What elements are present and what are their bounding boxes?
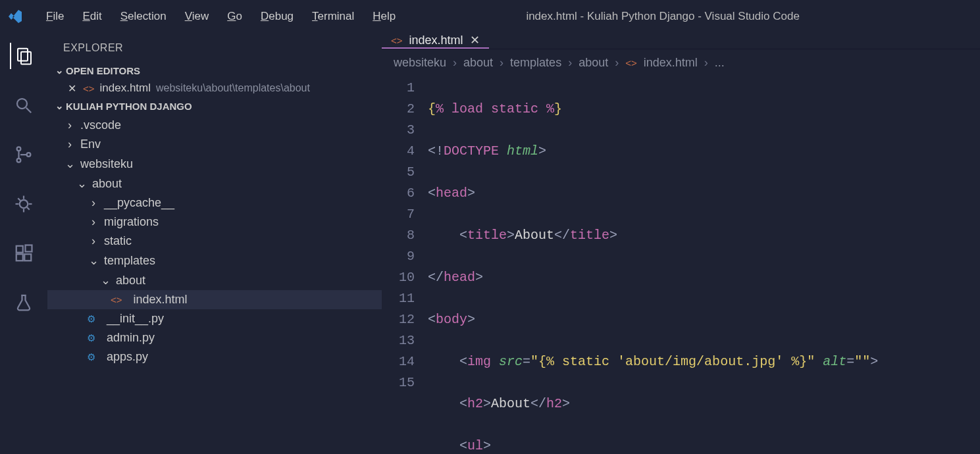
svg-point-6 [27,153,31,157]
tab-index-html[interactable]: <> index.html ✕ [382,33,489,49]
chevron-right-icon: › [63,118,76,132]
open-editor-path: websiteku\about\templates\about [156,82,310,94]
editor-tabs: <> index.html ✕ [382,33,980,49]
breadcrumbs[interactable]: websiteku› about› templates› about› <> i… [382,49,980,76]
breadcrumb-more[interactable]: ... [715,56,725,70]
menu-view[interactable]: View [176,6,219,27]
svg-point-4 [17,147,21,151]
chevron-right-icon: › [63,138,76,151]
tab-label: index.html [409,34,463,47]
window-title: index.html - Kuliah Python Django - Visu… [405,10,973,23]
svg-point-2 [17,99,27,109]
menubar: File Edit Selection View Go Debug Termin… [0,0,980,33]
menu-file[interactable]: File [37,6,73,27]
file-admin-py[interactable]: ⚙ admin.py [47,328,382,347]
svg-line-13 [27,207,30,210]
html-file-icon: <> [391,35,403,46]
breadcrumb-item[interactable]: about [579,56,608,70]
folder-websiteku[interactable]: ⌄websiteku [47,154,382,174]
close-icon[interactable]: ✕ [66,82,78,95]
chevron-down-icon: ⌄ [63,157,76,171]
menu-terminal[interactable]: Terminal [303,6,363,27]
chevron-down-icon: ⌄ [99,273,112,288]
chevron-right-icon: › [87,234,100,248]
file-tree: ›.vscode ›Env ⌄websiteku ⌄about ›__pycac… [47,114,382,368]
html-file-icon: <> [83,83,95,94]
activity-bar [0,33,47,454]
chevron-down-icon: ⌄ [53,64,66,76]
open-editor-item[interactable]: ✕ <> index.html websiteku\about\template… [47,79,382,97]
close-icon[interactable]: ✕ [470,33,480,47]
flask-icon[interactable] [11,290,37,316]
svg-line-3 [26,108,32,113]
python-file-icon: ⚙ [87,332,95,344]
folder-static[interactable]: ›static [47,232,382,251]
extensions-icon[interactable] [11,240,37,266]
breadcrumb-item[interactable]: about [463,56,493,70]
chevron-down-icon: ⌄ [75,176,88,191]
html-file-icon: <> [625,57,637,68]
project-label: KULIAH PYTHON DJANGO [66,101,192,112]
python-file-icon: ⚙ [87,313,95,325]
svg-rect-15 [16,254,23,261]
chevron-right-icon: › [87,196,100,210]
svg-point-5 [17,159,21,163]
svg-rect-0 [18,49,28,61]
code-content[interactable]: {% load static %} <!DOCTYPE html> <head>… [428,78,980,454]
menu-debug[interactable]: Debug [251,6,303,27]
svg-point-7 [20,200,28,209]
html-file-icon: <> [111,294,122,305]
svg-rect-14 [16,246,23,253]
svg-rect-1 [21,52,31,64]
breadcrumb-item[interactable]: index.html [644,56,698,70]
menu-selection[interactable]: Selection [111,6,176,27]
chevron-right-icon: › [453,56,457,70]
chevron-right-icon: › [87,215,100,229]
svg-line-12 [18,198,20,201]
folder-pycache[interactable]: ›__pycache__ [47,193,382,213]
explorer-sidebar: EXPLORER ⌄ OPEN EDITORS ✕ <> index.html … [47,33,382,454]
project-header[interactable]: ⌄ KULIAH PYTHON DJANGO [47,97,382,114]
menu-help[interactable]: Help [363,6,405,27]
chevron-right-icon: › [500,56,503,70]
sidebar-title: EXPLORER [47,33,382,62]
menu-edit[interactable]: Edit [73,6,111,27]
menu-go[interactable]: Go [218,6,251,27]
line-number-gutter: 1 2 3 4 5 6 7 8 9 10 11 12 13 14 15 [382,78,428,454]
code-editor[interactable]: 1 2 3 4 5 6 7 8 9 10 11 12 13 14 15 {% l… [382,76,980,454]
editor-area: <> index.html ✕ websiteku› about› templa… [382,33,980,454]
chevron-right-icon: › [615,56,619,70]
chevron-right-icon: › [568,56,572,70]
explorer-icon[interactable] [10,43,36,69]
folder-migrations[interactable]: ›migrations [47,213,382,232]
search-icon[interactable] [11,92,37,118]
file-apps-py[interactable]: ⚙ apps.py [47,347,382,366]
python-file-icon: ⚙ [87,351,95,363]
breadcrumb-item[interactable]: websiteku [394,56,446,70]
breadcrumb-item[interactable]: templates [510,56,561,70]
vscode-logo-icon [7,8,24,25]
folder-about-templates[interactable]: ⌄about [47,270,382,290]
folder-templates[interactable]: ⌄templates [47,251,382,270]
chevron-down-icon: ⌄ [53,100,66,112]
svg-rect-16 [24,254,31,261]
folder-env[interactable]: ›Env [47,135,382,154]
chevron-down-icon: ⌄ [87,253,100,268]
source-control-icon[interactable] [11,141,37,168]
chevron-right-icon: › [704,56,708,70]
folder-vscode[interactable]: ›.vscode [47,116,382,135]
open-editor-filename: index.html [100,82,151,95]
file-index-html[interactable]: <> index.html [47,290,382,309]
debug-icon[interactable] [11,191,37,217]
svg-rect-17 [26,245,32,252]
folder-about[interactable]: ⌄about [47,174,382,193]
file-init-py[interactable]: ⚙ __init__.py [47,309,382,328]
open-editors-header[interactable]: ⌄ OPEN EDITORS [47,62,382,79]
open-editors-label: OPEN EDITORS [66,65,140,76]
